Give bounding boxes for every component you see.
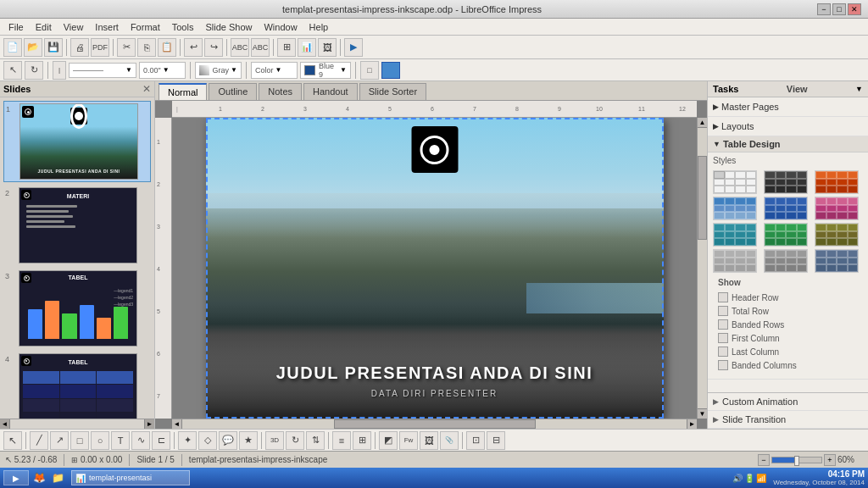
minimize-button[interactable]: −: [817, 3, 831, 15]
tab-slide-sorter[interactable]: Slide Sorter: [359, 83, 426, 100]
insert-table-button[interactable]: ⊞: [277, 38, 296, 57]
table-style-dark[interactable]: [764, 170, 808, 194]
draw-fontwork-button[interactable]: Fw: [399, 431, 418, 450]
slide-item-4[interactable]: 4 TABEL: [3, 352, 151, 419]
slide-item-3[interactable]: 3 TABEL: [3, 269, 151, 348]
rotate-button[interactable]: ↻: [25, 61, 43, 80]
table-style-gray2[interactable]: [764, 249, 808, 273]
table-style-blue-dark[interactable]: [764, 197, 808, 220]
draw-select-button[interactable]: ↖: [3, 431, 22, 450]
firefox-icon[interactable]: 🦊: [31, 470, 47, 485]
draw-rotate-button[interactable]: ↻: [286, 431, 304, 450]
menu-edit[interactable]: Edit: [31, 20, 57, 34]
draw-textbox-button[interactable]: ⊡: [466, 431, 485, 450]
table-style-mixed[interactable]: [815, 197, 859, 220]
insert-image-button[interactable]: 🖼: [318, 38, 337, 57]
table-style-blue-gray[interactable]: [815, 249, 859, 273]
fill-style-dropdown[interactable]: Color ▼: [251, 62, 298, 79]
line-width-dropdown[interactable]: 0.00" ▼: [139, 62, 186, 79]
redo-button[interactable]: ↪: [204, 38, 223, 57]
first-column-checkbox-item[interactable]: First Column: [718, 331, 858, 345]
total-row-checkbox-item[interactable]: Total Row: [718, 304, 858, 318]
tasks-master-pages-toggle[interactable]: ▶ Master Pages: [711, 99, 865, 114]
last-column-checkbox-item[interactable]: Last Column: [718, 345, 858, 358]
preview-button[interactable]: PDF: [91, 38, 109, 57]
table-style-orange[interactable]: [815, 170, 859, 194]
slide-item-1[interactable]: 1 JUDUL PRESENTASI ANDA DI SINI: [3, 101, 151, 182]
insert-chart-button[interactable]: 📊: [298, 38, 316, 57]
draw-ellipse-button[interactable]: ○: [91, 431, 109, 450]
slides-scrollbar[interactable]: ◄ ►: [0, 419, 154, 429]
table-style-olive[interactable]: [815, 223, 859, 247]
draw-arrow-button[interactable]: ↗: [50, 431, 69, 450]
spellcheck-button[interactable]: ABC: [231, 38, 249, 57]
menu-format[interactable]: Format: [125, 20, 165, 34]
autocorrect-button[interactable]: ABC: [251, 38, 270, 57]
custom-animation-toggle[interactable]: ▶ Custom Animation: [708, 393, 868, 411]
select-button[interactable]: ↖: [3, 61, 22, 80]
print-button[interactable]: 🖨: [70, 38, 89, 57]
tasks-view-button[interactable]: View: [787, 84, 808, 94]
tab-normal[interactable]: Normal: [159, 83, 207, 100]
tasks-layouts-toggle[interactable]: ▶ Layouts: [711, 119, 865, 134]
table-style-green[interactable]: [764, 223, 808, 247]
draw-callout-button[interactable]: 💬: [219, 431, 237, 450]
draw-rect-button[interactable]: □: [70, 431, 89, 450]
copy-button[interactable]: ⎘: [137, 38, 156, 57]
maximize-button[interactable]: □: [832, 3, 846, 15]
header-row-checkbox-item[interactable]: Header Row: [718, 291, 858, 304]
fill-color-dropdown[interactable]: Blue 9 ▼: [300, 62, 351, 79]
slide-item-2[interactable]: 2 MATERI: [3, 186, 151, 265]
menu-tools[interactable]: Tools: [167, 20, 199, 34]
draw-verttext-button[interactable]: ⊟: [487, 431, 505, 450]
draw-flowchart-button[interactable]: ◇: [198, 431, 217, 450]
slides-close-button[interactable]: ✕: [142, 83, 151, 95]
tab-handout[interactable]: Handout: [303, 83, 358, 100]
paste-button[interactable]: 📋: [158, 38, 176, 57]
draw-flip-button[interactable]: ⇅: [306, 431, 325, 450]
line-color-button[interactable]: |: [53, 61, 66, 80]
table-style-teal[interactable]: [713, 223, 757, 247]
color-mode-dropdown[interactable]: Gray ▼: [195, 62, 242, 79]
menu-insert[interactable]: Insert: [90, 20, 124, 34]
draw-image-button[interactable]: 🖼: [420, 431, 438, 450]
draw-group-button[interactable]: ⊞: [353, 431, 371, 450]
draw-fromfile-button[interactable]: 📎: [440, 431, 459, 450]
menu-help[interactable]: Help: [304, 20, 334, 34]
last-column-checkbox[interactable]: [718, 347, 728, 357]
table-style-blue-light[interactable]: [713, 197, 757, 220]
banded-rows-checkbox[interactable]: [718, 319, 728, 330]
tasks-table-design-toggle[interactable]: ▼ Table Design: [708, 136, 868, 152]
slide-viewport[interactable]: JUDUL PRESENTASI ANDA DI SINI DATA DIRI …: [172, 118, 697, 419]
header-row-checkbox[interactable]: [718, 292, 728, 302]
slide-transition-toggle[interactable]: ▶ Slide Transition: [708, 411, 868, 429]
draw-curve-button[interactable]: ∿: [131, 431, 150, 450]
v-scrollbar[interactable]: ▲ ▼: [697, 118, 707, 419]
banded-rows-checkbox-item[interactable]: Banded Rows: [718, 318, 858, 331]
menu-view[interactable]: View: [58, 20, 89, 34]
menu-file[interactable]: File: [3, 20, 29, 34]
table-style-none[interactable]: [713, 170, 757, 194]
menu-slideshow[interactable]: Slide Show: [200, 20, 257, 34]
draw-shadow-btn2[interactable]: ◩: [379, 431, 398, 450]
zoom-out-button[interactable]: −: [758, 454, 770, 466]
tab-outline[interactable]: Outline: [209, 83, 257, 100]
menu-window[interactable]: Window: [259, 20, 302, 34]
new-button[interactable]: 📄: [3, 38, 22, 57]
draw-connector-button[interactable]: ⊏: [152, 431, 170, 450]
banded-columns-checkbox[interactable]: [718, 360, 728, 370]
save-button[interactable]: 💾: [44, 38, 63, 57]
nautilus-icon[interactable]: 📁: [49, 470, 66, 485]
cut-button[interactable]: ✂: [117, 38, 136, 57]
draw-stars-button[interactable]: ★: [239, 431, 258, 450]
h-scrollbar[interactable]: ◄ ►: [172, 419, 697, 429]
line-style-dropdown[interactable]: ———— ▼: [69, 63, 136, 78]
zoom-in-button[interactable]: +: [824, 454, 836, 466]
draw-extrusion-button[interactable]: 3D: [265, 431, 284, 450]
close-button[interactable]: ✕: [848, 3, 861, 15]
taskbar-impress-button[interactable]: 📊 templat-presentasi: [71, 470, 190, 485]
shadow-button[interactable]: □: [360, 61, 379, 80]
undo-button[interactable]: ↩: [184, 38, 203, 57]
start-button[interactable]: ▶: [3, 470, 29, 485]
draw-line-button[interactable]: ╱: [30, 431, 48, 450]
